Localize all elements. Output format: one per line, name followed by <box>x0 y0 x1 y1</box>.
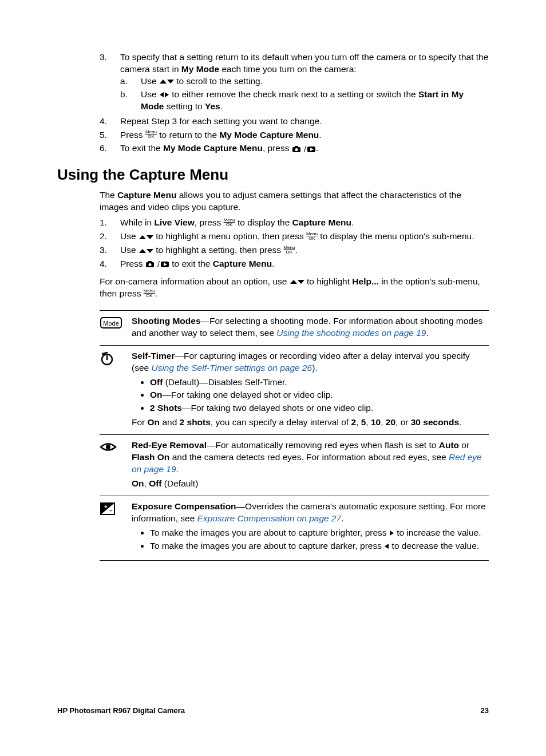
text: Press <box>120 130 145 140</box>
text: ). <box>312 363 317 373</box>
text: , press <box>263 143 292 153</box>
text: to return to the <box>157 130 219 140</box>
left-arrow-icon <box>384 543 389 549</box>
text: or <box>459 440 469 450</box>
text: to increase the value. <box>394 528 481 537</box>
text: While in <box>120 217 154 227</box>
text: , press <box>195 217 224 227</box>
text: Use <box>120 245 139 255</box>
text: and the camera detects red eyes. For inf… <box>169 452 449 462</box>
svg-point-6 <box>295 148 298 151</box>
capture-step-3: 3. Use to highlight a setting, then pres… <box>100 244 489 256</box>
bold: My Mode <box>181 64 219 74</box>
options-line: On, Off (Default) <box>132 478 489 490</box>
step-number: 6. <box>100 143 120 155</box>
bold: Capture Menu <box>213 259 272 268</box>
exposure-compensation-icon: +− <box>100 501 132 555</box>
bold: Off <box>150 377 163 387</box>
svg-marker-2 <box>160 92 164 97</box>
text: (Default)—Disables Self-Timer. <box>163 377 287 387</box>
text: . <box>272 259 274 268</box>
svg-point-27 <box>106 445 110 449</box>
bold: Help... <box>352 276 379 286</box>
step-number: 3. <box>100 244 120 256</box>
text: to display the menu option's sub-menu. <box>318 231 474 241</box>
bold: My Mode Capture Menu <box>163 143 263 153</box>
text: to highlight a menu option, then press <box>153 231 306 241</box>
capture-step-1: 1. While in Live View, press MenuOK to d… <box>100 217 489 229</box>
svg-marker-1 <box>167 80 174 84</box>
cross-reference[interactable]: Using the shooting modes on page 19 <box>276 328 426 338</box>
text: setting to <box>164 101 205 111</box>
cross-reference[interactable]: Exposure Compensation on page 27 <box>197 513 342 523</box>
left-right-arrows-icon <box>159 92 169 98</box>
top-steps: 3. To specify that a setting return to i… <box>100 52 489 155</box>
svg-text:/: / <box>304 145 306 153</box>
menu-ok-icon: MenuOK <box>306 232 318 241</box>
red-eye-icon <box>100 440 132 490</box>
menu-ok-icon: MenuOK <box>224 218 235 227</box>
step-number: 3. <box>100 52 120 114</box>
text: . <box>351 217 354 227</box>
right-arrow-icon <box>389 530 394 536</box>
bullet: 2 Shots—For taking two delayed shots or … <box>150 402 489 414</box>
svg-text:Mode: Mode <box>103 320 119 327</box>
intro-paragraph: The Capture Menu allows you to adjust ca… <box>100 189 489 213</box>
svg-text:−: − <box>109 508 113 514</box>
svg-point-16 <box>148 263 151 266</box>
step-4: 4. Repeat Step 3 for each setting you wa… <box>100 116 489 128</box>
menu-title: Shooting Modes <box>132 316 201 326</box>
up-down-arrows-icon <box>290 279 304 285</box>
bullet: To make the images you are about to capt… <box>150 540 489 552</box>
capture-step-2: 2. Use to highlight a menu option, then … <box>100 231 489 243</box>
text: . <box>295 245 297 255</box>
bold: Yes <box>205 101 220 111</box>
page-footer: HP Photosmart R967 Digital Camera 23 <box>57 706 489 716</box>
menu-title: Exposure Compensation <box>132 501 236 511</box>
svg-marker-13 <box>147 249 153 253</box>
svg-marker-3 <box>165 92 169 97</box>
text: . <box>155 288 157 298</box>
camera-playback-icon: / <box>292 145 316 153</box>
text: to highlight a setting, then press <box>153 245 283 255</box>
text: to decrease the value. <box>389 541 479 551</box>
text: . <box>316 143 318 153</box>
substep-letter: a. <box>120 76 141 88</box>
text: Use <box>141 76 159 86</box>
menu-ok-icon: MenuOK <box>145 130 157 139</box>
text: Use <box>120 231 139 241</box>
capture-step-4: 4. Press / to exit the Capture Menu. <box>100 258 489 270</box>
bold: 2 Shots <box>150 403 182 413</box>
capture-menu-table: Mode Shooting Modes—For selecting a shoo… <box>100 310 489 561</box>
text: to display the <box>235 217 292 227</box>
svg-marker-32 <box>390 531 394 536</box>
text: To make the images you are about to capt… <box>150 528 389 537</box>
text: to exit the <box>169 259 213 268</box>
page: 3. To specify that a setting return to i… <box>0 0 546 756</box>
bullet: Off (Default)—Disables Self-Timer. <box>150 377 489 389</box>
menu-ok-icon: MenuOK <box>283 246 295 255</box>
svg-marker-20 <box>290 280 297 284</box>
text: —For automatically removing red eyes whe… <box>207 440 439 450</box>
step-number: 4. <box>100 258 120 270</box>
text: . <box>319 130 321 140</box>
menu-ok-icon: MenuOK <box>144 289 155 298</box>
substep-letter: b. <box>120 89 141 113</box>
bold: Capture Menu <box>117 190 176 200</box>
text: . <box>341 513 343 523</box>
step-text: each time you turn on the camera: <box>219 64 357 74</box>
text: —For taking two delayed shots or one vid… <box>182 403 373 413</box>
step-5: 5. Press MenuOK to return to the My Mode… <box>100 129 489 141</box>
svg-marker-21 <box>298 280 304 284</box>
svg-marker-33 <box>385 544 389 549</box>
text: For on-camera information about an optio… <box>100 276 290 286</box>
text: to either remove the check mark next to … <box>169 89 418 99</box>
camera-playback-icon: / <box>145 260 169 268</box>
cross-reference[interactable]: Using the Self-Timer settings on page 26 <box>151 363 312 373</box>
text: To exit the <box>120 143 163 153</box>
text: to scroll to the setting. <box>174 76 263 86</box>
footer-page-number: 23 <box>481 706 489 716</box>
svg-rect-15 <box>148 261 152 263</box>
text: . <box>176 464 179 474</box>
step-text: Repeat Step 3 for each setting you want … <box>120 116 489 128</box>
